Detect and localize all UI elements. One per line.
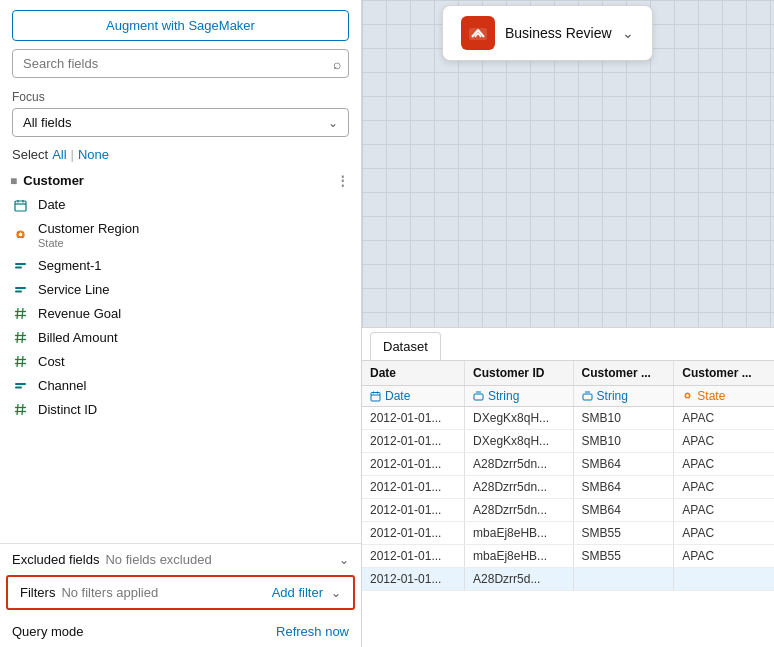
card-title: Business Review xyxy=(505,25,612,41)
svg-rect-8 xyxy=(15,291,22,293)
field-item-service-line[interactable]: Service Line ⋮ xyxy=(0,278,361,302)
svg-rect-22 xyxy=(15,387,22,389)
focus-value: All fields xyxy=(23,115,71,130)
svg-rect-5 xyxy=(15,263,26,265)
type-cell-string2: String xyxy=(573,386,674,407)
folder-icon: ■ xyxy=(10,174,17,188)
table-type-row: Date String String xyxy=(362,386,774,407)
filters-section: Filters No filters applied Add filter ⌄ xyxy=(6,575,355,610)
table-row[interactable]: 2012-01-01...A28Dzrr5d... xyxy=(362,568,774,591)
svg-rect-34 xyxy=(583,394,592,400)
table-cell: SMB10 xyxy=(573,430,674,453)
excluded-label: Excluded fields xyxy=(12,552,99,567)
table-cell: APAC xyxy=(674,522,774,545)
table-header-row: Date Customer ID Customer ... Customer .… xyxy=(362,361,774,386)
field-item-channel[interactable]: Channel ⋮ xyxy=(0,374,361,398)
svg-rect-21 xyxy=(15,383,26,385)
field-item-revenue-goal[interactable]: Revenue Goal ⋮ xyxy=(0,302,361,326)
table-cell: mbaEj8eHB... xyxy=(465,522,574,545)
type-cell-string1: String xyxy=(465,386,574,407)
segment-icon xyxy=(14,379,32,392)
field-item-date[interactable]: Date ⋮ xyxy=(0,193,361,217)
col-header-customer-id: Customer ID xyxy=(465,361,574,386)
table-row[interactable]: 2012-01-01...A28Dzrr5dn...SMB64APAC xyxy=(362,453,774,476)
field-name: Channel xyxy=(38,378,335,394)
table-cell: 2012-01-01... xyxy=(362,568,465,591)
field-name-wrap: Segment-1 xyxy=(38,258,335,274)
table-cell: A28Dzrr5dn... xyxy=(465,453,574,476)
focus-label: Focus xyxy=(12,90,349,104)
field-name: Service Line xyxy=(38,282,335,298)
table-row[interactable]: 2012-01-01...A28Dzrr5dn...SMB64APAC xyxy=(362,499,774,522)
focus-dropdown[interactable]: All fields ⌄ xyxy=(12,108,349,137)
hash-icon xyxy=(14,331,32,344)
table-cell: SMB10 xyxy=(573,407,674,430)
field-name-wrap: Service Line xyxy=(38,282,335,298)
left-panel: Augment with SageMaker ⌕ Focus All field… xyxy=(0,0,362,647)
dataset-tab[interactable]: Dataset xyxy=(370,332,441,360)
field-name-wrap: Revenue Goal xyxy=(38,306,335,322)
type-cell-content: Date xyxy=(370,389,456,403)
select-none-link[interactable]: None xyxy=(78,147,109,162)
dataset-tabs: Dataset xyxy=(362,328,774,361)
bottom-sections: Excluded fields No fields excluded ⌄ Fil… xyxy=(0,543,361,647)
field-name-wrap: Distinct ID xyxy=(38,402,335,418)
chevron-down-icon: ⌄ xyxy=(622,25,634,41)
field-name: Segment-1 xyxy=(38,258,335,274)
table-cell: APAC xyxy=(674,545,774,568)
svg-line-17 xyxy=(17,356,18,367)
select-all-link[interactable]: All xyxy=(52,147,66,162)
table-cell: APAC xyxy=(674,453,774,476)
search-input[interactable] xyxy=(12,49,349,78)
svg-rect-32 xyxy=(474,394,483,400)
type-cell-content: String xyxy=(582,389,666,403)
table-row[interactable]: 2012-01-01...DXegKx8qH...SMB10APAC xyxy=(362,407,774,430)
segment-icon xyxy=(14,259,32,272)
field-item-distinct-id[interactable]: Distinct ID ⋮ xyxy=(0,398,361,422)
svg-line-9 xyxy=(17,308,18,319)
field-item-billed-amount[interactable]: Billed Amount ⋮ xyxy=(0,326,361,350)
group-menu-icon[interactable]: ⋮ xyxy=(336,173,349,188)
type-cell-content: State xyxy=(682,389,766,403)
table-cell: SMB64 xyxy=(573,499,674,522)
field-name-wrap: Date xyxy=(38,197,335,213)
chevron-down-icon: ⌄ xyxy=(328,116,338,130)
field-item-cost[interactable]: Cost ⋮ xyxy=(0,350,361,374)
svg-point-4 xyxy=(18,232,23,237)
field-group-name: Customer xyxy=(23,173,84,188)
table-row[interactable]: 2012-01-01...mbaEj8eHB...SMB55APAC xyxy=(362,545,774,568)
table-cell: A28Dzrr5dn... xyxy=(465,499,574,522)
table-body: 2012-01-01...DXegKx8qH...SMB10APAC2012-0… xyxy=(362,407,774,591)
select-label: Select xyxy=(12,147,48,162)
excluded-section[interactable]: Excluded fields No fields excluded ⌄ xyxy=(0,544,361,575)
field-name: Customer Region xyxy=(38,221,335,237)
business-review-card[interactable]: Business Review ⌄ xyxy=(442,5,653,61)
calendar-icon xyxy=(14,199,32,212)
table-row[interactable]: 2012-01-01...mbaEj8eHB...SMB55APAC xyxy=(362,522,774,545)
table-cell: 2012-01-01... xyxy=(362,499,465,522)
augment-sagemaker-button[interactable]: Augment with SageMaker xyxy=(12,10,349,41)
select-divider: | xyxy=(71,147,74,162)
filters-sublabel: No filters applied xyxy=(61,585,158,600)
table-cell: 2012-01-01... xyxy=(362,476,465,499)
table-cell: 2012-01-01... xyxy=(362,453,465,476)
field-item-customer-region[interactable]: Customer Region State ⋮ xyxy=(0,217,361,254)
table-row[interactable]: 2012-01-01...A28Dzrr5dn...SMB64APAC xyxy=(362,476,774,499)
svg-rect-28 xyxy=(371,392,380,401)
refresh-now-link[interactable]: Refresh now xyxy=(276,624,349,639)
add-filter-link[interactable]: Add filter xyxy=(272,585,323,600)
table-cell xyxy=(573,568,674,591)
field-name-wrap: Billed Amount xyxy=(38,330,335,346)
table-cell: SMB55 xyxy=(573,522,674,545)
table-cell: APAC xyxy=(674,499,774,522)
right-panel: Business Review ⌄ Dataset Date Customer … xyxy=(362,0,774,647)
hash-icon xyxy=(14,403,32,416)
table-cell: SMB55 xyxy=(573,545,674,568)
field-name: Revenue Goal xyxy=(38,306,335,322)
table-row[interactable]: 2012-01-01...DXegKx8qH...SMB10APAC xyxy=(362,430,774,453)
table-cell: 2012-01-01... xyxy=(362,407,465,430)
field-item-segment1[interactable]: Segment-1 ⋮ xyxy=(0,254,361,278)
query-mode-label: Query mode xyxy=(12,624,84,639)
chevron-down-icon: ⌄ xyxy=(339,553,349,567)
table-cell: 2012-01-01... xyxy=(362,522,465,545)
